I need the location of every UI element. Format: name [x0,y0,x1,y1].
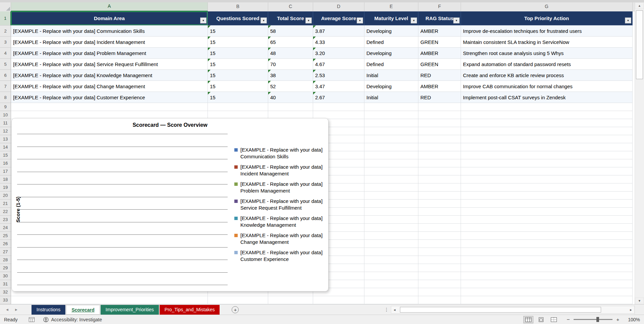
cell-G32[interactable] [461,288,633,296]
cell-B9[interactable] [208,103,268,111]
legend-item[interactable]: [EXAMPLE - Replace with your data] Commu… [234,147,327,160]
cell-A33[interactable] [11,296,208,304]
cell-E21[interactable] [364,200,418,208]
cell-G5[interactable]: Expand automation of standard password r… [461,59,633,70]
filter-icon-F1[interactable]: ▼ [453,17,460,23]
cell-B6[interactable]: 15 [208,70,268,81]
sheet-tab-scorecard[interactable]: Scorecard [66,305,100,315]
cell-G3[interactable]: Maintain consistent SLA tracking in Serv… [461,37,633,48]
cell-D2[interactable]: 3.87 [313,25,364,37]
cell-C2[interactable]: 58 [268,25,313,37]
row-number-8[interactable]: 8 [0,92,11,103]
cell-D4[interactable]: 3.20 [313,48,364,59]
cell-G17[interactable] [461,167,633,175]
cell-A5[interactable]: [EXAMPLE - Replace with your data] Servi… [11,59,208,70]
cell-E23[interactable] [364,216,418,224]
cell-F8[interactable]: RED [418,92,461,103]
cell-E14[interactable] [364,143,418,151]
cell-A2[interactable]: [EXAMPLE - Replace with your data] Commu… [11,25,208,37]
cell-B5[interactable]: 15 [208,59,268,70]
row-number-27[interactable]: 27 [0,248,11,256]
legend-item[interactable]: [EXAMPLE - Replace with your data] Chang… [234,232,327,246]
cell-F26[interactable] [418,240,461,248]
cell-F31[interactable] [418,280,461,288]
cell-F14[interactable] [418,143,461,151]
cell-F24[interactable] [418,224,461,232]
cell-F18[interactable] [418,175,461,183]
cell-E11[interactable] [364,119,418,127]
cell-C33[interactable] [268,296,313,304]
cell-F2[interactable]: AMBER [418,25,461,37]
cell-F11[interactable] [418,119,461,127]
cell-F15[interactable] [418,151,461,159]
cell-E17[interactable] [364,167,418,175]
cell-C7[interactable]: 52 [268,81,313,92]
row-number-22[interactable]: 22 [0,208,11,216]
filter-icon-D1[interactable]: ▼ [357,17,363,23]
cell-G21[interactable] [461,200,633,208]
cell-G13[interactable] [461,135,633,143]
sheet-nav-left-icon[interactable]: ◄ [5,308,9,312]
cell-E31[interactable] [364,280,418,288]
row-number-12[interactable]: 12 [0,127,11,135]
horizontal-scroll-thumb[interactable] [400,307,601,313]
cell-G25[interactable] [461,232,633,240]
scroll-up-icon[interactable]: ▲ [635,2,644,9]
cell-F16[interactable] [418,159,461,167]
cell-C4[interactable]: 48 [268,48,313,59]
cell-G11[interactable] [461,119,633,127]
row-number-32[interactable]: 32 [0,288,11,296]
cell-E5[interactable]: Defined [364,59,418,70]
cell-D8[interactable]: 2.67 [313,92,364,103]
cell-D33[interactable] [313,296,364,304]
cell-E27[interactable] [364,248,418,256]
cell-E7[interactable]: Developing [364,81,418,92]
cell-B3[interactable]: 15 [208,37,268,48]
cell-E32[interactable] [364,288,418,296]
cell-E4[interactable]: Developing [364,48,418,59]
cell-F3[interactable]: GREEN [418,37,461,48]
cell-C9[interactable] [268,103,313,111]
add-sheet-button[interactable]: + [232,306,239,313]
cell-C6[interactable]: 38 [268,70,313,81]
scorecard-chart[interactable]: Scorecard — Score Overview Score (1-5) [… [11,118,329,291]
cell-B4[interactable]: 15 [208,48,268,59]
cell-F19[interactable] [418,183,461,192]
zoom-slider[interactable] [574,319,612,320]
accessibility-status[interactable]: Accessibility: Investigate [43,317,102,322]
row-number-24[interactable]: 24 [0,224,11,232]
cell-D7[interactable]: 3.47 [313,81,364,92]
cell-G31[interactable] [461,280,633,288]
column-header-C[interactable]: C [268,2,313,11]
row-number-20[interactable]: 20 [0,192,11,200]
cell-B7[interactable]: 15 [208,81,268,92]
row-number-11[interactable]: 11 [0,119,11,127]
cell-E26[interactable] [364,240,418,248]
cell-B1[interactable]: Questions Scored▼ [208,11,268,25]
filter-icon-G1[interactable]: ▼ [625,17,631,23]
row-number-23[interactable]: 23 [0,216,11,224]
cell-C3[interactable]: 65 [268,37,313,48]
cell-F33[interactable] [418,296,461,304]
row-number-21[interactable]: 21 [0,200,11,208]
column-header-F[interactable]: F [418,2,461,11]
cell-F25[interactable] [418,232,461,240]
cell-C5[interactable]: 70 [268,59,313,70]
cell-E2[interactable]: Developing [364,25,418,37]
row-number-6[interactable]: 6 [0,70,11,81]
cell-G8[interactable]: Implement post-call CSAT surveys in Zend… [461,92,633,103]
cell-F30[interactable] [418,272,461,280]
horizontal-scrollbar[interactable]: ◄ ► [391,306,635,314]
vertical-scroll-thumb[interactable] [636,10,643,79]
cell-F22[interactable] [418,208,461,216]
cell-G9[interactable] [461,103,633,111]
cell-D5[interactable]: 4.67 [313,59,364,70]
sheet-tab-pro_tips_and_mistakes[interactable]: Pro_Tips_and_Mistakes [160,305,220,315]
cell-B8[interactable]: 15 [208,92,268,103]
cell-G2[interactable]: Improve de-escalation techniques for fru… [461,25,633,37]
cell-A1[interactable]: Domain Area▼ [11,11,208,25]
zoom-level-label[interactable]: 100% [625,317,640,322]
cell-A6[interactable]: [EXAMPLE - Replace with your data] Knowl… [11,70,208,81]
cell-E19[interactable] [364,183,418,192]
cell-E3[interactable]: Defined [364,37,418,48]
